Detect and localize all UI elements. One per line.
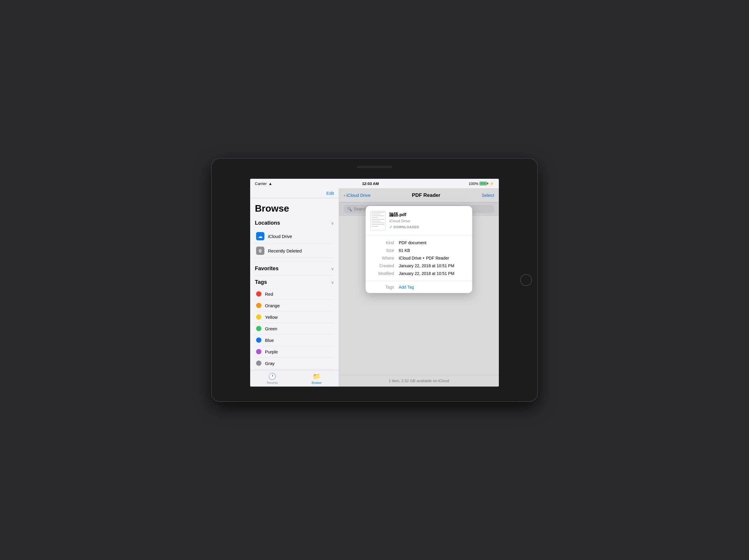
favorites-section-header: Favorites ∨ — [255, 265, 334, 272]
home-button[interactable] — [520, 274, 532, 286]
battery-body — [479, 182, 487, 185]
tag-label-blue: Blue — [265, 338, 274, 343]
popup-details: Kind PDF document Size 61 KB Where iClou… — [366, 235, 472, 281]
file-info-popup: 論語.pdf iCloud Drive ✓ DOWNLOADED — [366, 206, 472, 293]
battery-percent: 100% — [469, 181, 478, 186]
tags-title: Tags — [255, 279, 267, 285]
sidebar-header: Edit — [250, 188, 339, 198]
browse-title: Browse — [255, 203, 334, 214]
icloud-label: iCloud Drive — [268, 234, 292, 239]
status-left: Carrier ▲ — [255, 181, 272, 186]
battery-fill — [480, 182, 486, 185]
sidebar-item-icloud[interactable]: ☁ iCloud Drive — [255, 229, 334, 243]
popup-filename: 論語.pdf — [389, 212, 468, 218]
tab-browse[interactable]: 📁 Browse — [305, 373, 328, 385]
status-bar: Carrier ▲ 12:03 AM 100% ⚡ — [250, 179, 499, 188]
favorites-title: Favorites — [255, 265, 279, 272]
thumb-line-4 — [371, 217, 378, 218]
tag-item-gray[interactable]: Gray — [255, 358, 334, 369]
right-panel: ‹ iCloud Drive PDF Reader Select 🔍 Searc… — [339, 188, 499, 387]
camera-notch — [357, 166, 392, 168]
ipad-screen: Carrier ▲ 12:03 AM 100% ⚡ Edit — [250, 179, 499, 387]
tag-item-blue[interactable]: Blue — [255, 335, 334, 346]
tag-label-green: Green — [265, 326, 277, 331]
where-label: Where — [370, 256, 394, 260]
browse-tab-label: Browse — [312, 381, 321, 385]
tag-label-purple: Purple — [265, 349, 278, 354]
wifi-icon: ▲ — [269, 181, 272, 186]
recently-deleted-label: Recently Deleted — [268, 248, 302, 253]
tag-dot-orange — [256, 303, 261, 308]
tag-item-purple[interactable]: Purple — [255, 346, 334, 358]
sidebar-item-recently-deleted[interactable]: 🗑 Recently Deleted — [255, 243, 334, 258]
locations-chevron-icon[interactable]: ∨ — [331, 221, 334, 225]
locations-section-header: Locations ∨ — [255, 220, 334, 226]
ipad-frame: Carrier ▲ 12:03 AM 100% ⚡ Edit — [212, 159, 537, 401]
downloaded-badge: ✓ DOWNLOADED — [389, 225, 468, 229]
created-label: Created — [370, 263, 394, 268]
tag-item-green[interactable]: Green — [255, 323, 334, 335]
tab-recents[interactable]: 🕐 Recents — [260, 373, 284, 385]
sidebar: Edit Browse Locations ∨ ☁ iCloud Drive 🗑 — [250, 188, 339, 387]
thumb-line-1 — [371, 212, 385, 213]
popup-tags-label: Tags — [370, 285, 394, 289]
favorites-chevron-icon[interactable]: ∨ — [331, 266, 334, 271]
browse-tab-icon: 📁 — [313, 373, 321, 380]
tag-label-yellow: Yellow — [265, 315, 278, 320]
tags-section-header: Tags ∨ — [255, 279, 334, 285]
popup-tags: Tags Add Tag — [366, 281, 472, 293]
modified-label: Modified — [370, 271, 394, 276]
popup-thumbnail — [370, 211, 386, 230]
thumb-line-8 — [371, 224, 385, 225]
detail-where: Where iCloud Drive ‣ PDF Reader — [370, 254, 468, 262]
carrier-text: Carrier — [255, 181, 267, 186]
checkmark-icon: ✓ — [389, 225, 392, 229]
time-display: 12:03 AM — [362, 181, 379, 186]
add-tag-button[interactable]: Add Tag — [399, 285, 414, 289]
downloaded-label: DOWNLOADED — [394, 225, 419, 229]
thumb-line-6 — [371, 221, 381, 221]
recents-tab-label: Recents — [267, 381, 278, 385]
detail-modified: Modified January 22, 2018 at 10:51 PM — [370, 270, 468, 277]
tag-label-orange: Orange — [265, 303, 280, 308]
locations-title: Locations — [255, 220, 280, 226]
battery-icon — [479, 182, 488, 185]
detail-size: Size 61 KB — [370, 246, 468, 254]
thumb-line-2 — [371, 214, 381, 214]
tag-item-red[interactable]: Red — [255, 288, 334, 300]
tag-item-yellow[interactable]: Yellow — [255, 311, 334, 323]
divider-2 — [255, 275, 334, 276]
icloud-icon: ☁ — [256, 232, 264, 240]
where-value: iCloud Drive ‣ PDF Reader — [399, 256, 449, 260]
tag-dot-green — [256, 326, 261, 331]
battery-tip — [487, 182, 488, 185]
divider-1 — [255, 262, 334, 262]
popup-overlay: 論語.pdf iCloud Drive ✓ DOWNLOADED — [339, 188, 499, 387]
recents-tab-icon: 🕐 — [268, 373, 276, 380]
size-value: 61 KB — [399, 248, 410, 253]
thumb-line-9 — [371, 226, 378, 227]
tag-dot-yellow — [256, 314, 261, 320]
tag-item-orange[interactable]: Orange — [255, 300, 334, 311]
status-right: 100% ⚡ — [469, 181, 494, 186]
popup-file-location: iCloud Drive — [389, 219, 468, 223]
modified-value: January 22, 2018 at 10:51 PM — [399, 271, 454, 276]
thumb-line-7 — [371, 222, 385, 223]
tag-dot-blue — [256, 338, 261, 343]
tag-label-gray: Gray — [265, 361, 275, 366]
main-content: Edit Browse Locations ∨ ☁ iCloud Drive 🗑 — [250, 188, 499, 387]
popup-header: 論語.pdf iCloud Drive ✓ DOWNLOADED — [366, 206, 472, 235]
created-value: January 22, 2018 at 10:51 PM — [399, 263, 454, 268]
kind-value: PDF document — [399, 240, 426, 245]
tags-chevron-icon[interactable]: ∨ — [331, 280, 334, 285]
trash-icon: 🗑 — [256, 246, 264, 255]
edit-button[interactable]: Edit — [326, 191, 334, 196]
tab-bar: 🕐 Recents 📁 Browse — [250, 370, 339, 387]
thumb-line-3 — [371, 215, 385, 216]
sidebar-scroll: Browse Locations ∨ ☁ iCloud Drive 🗑 Rece… — [250, 198, 339, 370]
popup-file-info: 論語.pdf iCloud Drive ✓ DOWNLOADED — [389, 212, 468, 229]
kind-label: Kind — [370, 240, 394, 245]
detail-kind: Kind PDF document — [370, 239, 468, 246]
tag-dot-purple — [256, 349, 261, 354]
size-label: Size — [370, 248, 394, 253]
